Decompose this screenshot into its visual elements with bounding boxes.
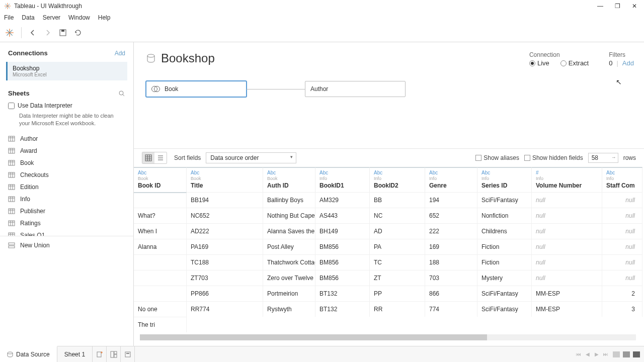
table-cell[interactable]: Childrens [477,223,532,239]
table-cell[interactable] [134,286,187,301]
sheet-item-ratings[interactable]: Ratings [0,217,133,229]
show-tabs-button[interactable] [633,351,640,357]
table-cell[interactable]: ZT703 [187,270,263,286]
table-cell[interactable]: Portmeirion [263,286,315,301]
connection-live-radio[interactable]: Live [529,59,549,67]
table-cell[interactable]: ZT [370,270,425,286]
join-line[interactable] [247,89,305,89]
column-header[interactable]: AbcBookTitle [187,167,263,192]
tab-nav-prev[interactable]: ◀ [584,351,592,357]
table-cell[interactable]: PP [370,286,425,301]
table-cell[interactable]: Fiction [477,254,532,270]
column-header[interactable]: #InfoVolume Number [532,167,602,192]
table-cell[interactable]: 774 [425,301,477,317]
table-cell[interactable]: Fiction [477,239,532,254]
table-cell[interactable]: NC652 [187,208,263,223]
sheet-item-sales-q1[interactable]: Sales Q1 [0,229,133,236]
table-cell[interactable]: BB [370,192,425,208]
sheet-item-checkouts[interactable]: Checkouts [0,169,133,181]
column-header[interactable]: AbcInfoBookID2 [370,167,425,192]
tableau-icon[interactable] [5,28,14,37]
sheet-item-book[interactable]: Book [0,157,133,169]
column-header[interactable]: AbcBookBook ID [134,167,187,192]
sheet-item-award[interactable]: Award [0,145,133,157]
table-cell[interactable]: BH149 [315,223,370,239]
table-cell[interactable]: The tri [134,317,187,332]
table-cell[interactable]: null [602,208,642,223]
table-cell[interactable]: TC188 [187,254,263,270]
grid-view-button[interactable] [142,152,154,163]
table-cell[interactable]: Post Alley [263,239,315,254]
table-cell[interactable]: AD [370,223,425,239]
table-cell[interactable]: 222 [425,223,477,239]
table-cell[interactable]: 188 [425,254,477,270]
table-cell[interactable]: null [532,192,602,208]
table-cell[interactable]: AS443 [315,208,370,223]
table-cell[interactable]: null [602,192,642,208]
table-cell[interactable]: Mystery [477,270,532,286]
show-sheets-button[interactable] [623,351,630,357]
table-box-author[interactable]: Author [305,81,406,97]
sheet-item-edition[interactable]: Edition [0,181,133,193]
refresh-icon[interactable] [74,29,82,37]
table-cell[interactable]: PP866 [187,286,263,301]
table-cell[interactable]: null [602,239,642,254]
table-cell[interactable]: Alanna Saves the Day [263,223,315,239]
column-header[interactable]: AbcInfoGenre [425,167,477,192]
close-button[interactable]: ✕ [631,3,638,10]
menu-server[interactable]: Server [43,14,60,21]
table-cell[interactable]: 194 [425,192,477,208]
table-cell[interactable]: BT132 [315,286,370,301]
table-cell[interactable] [134,254,187,270]
minimize-button[interactable]: — [597,3,604,10]
table-cell[interactable]: Thatchwork Cottage [263,254,315,270]
data-interpreter-checkbox[interactable]: Use Data Interpreter [8,102,125,109]
table-cell[interactable]: AD222 [187,223,263,239]
row-count-input[interactable]: 58 [588,153,618,163]
sheet-item-info[interactable]: Info [0,193,133,205]
table-cell[interactable]: SciFi/Fantasy [477,286,532,301]
sheet-item-author[interactable]: Author [0,133,133,145]
table-cell[interactable]: 703 [425,270,477,286]
table-cell[interactable]: When I [134,223,187,239]
data-grid[interactable]: AbcBookBook IDAbcBookTitleAbcBookAuth ID… [134,167,644,332]
column-header[interactable]: AbcInfoSeries ID [477,167,532,192]
table-cell[interactable]: null [532,208,602,223]
table-cell[interactable]: RR [370,301,425,317]
tab-data-source[interactable]: Data Source [0,346,57,362]
table-cell[interactable]: BM856 [315,239,370,254]
table-cell[interactable]: AM329 [315,192,370,208]
table-cell[interactable]: RR774 [187,301,263,317]
new-union-button[interactable]: New Union [0,239,133,251]
show-filmstrip-button[interactable] [613,351,620,357]
table-cell[interactable]: MM-ESP [532,286,602,301]
menu-window[interactable]: Window [68,14,90,21]
maximize-button[interactable]: ❐ [614,3,621,10]
table-cell[interactable]: Ballinby Boys [263,192,315,208]
new-dashboard-button[interactable] [107,346,121,362]
save-icon[interactable] [59,29,67,37]
sort-fields-select[interactable]: Data source order [206,152,296,163]
table-cell[interactable]: null [602,254,642,270]
connection-item-bookshop[interactable]: Bookshop Microsoft Excel [6,62,127,80]
show-hidden-checkbox[interactable]: Show hidden fields [524,154,583,161]
table-cell[interactable]: Rystwyth [263,301,315,317]
table-cell[interactable]: BM856 [315,270,370,286]
table-cell[interactable]: TC [370,254,425,270]
table-box-book[interactable]: Book [146,81,247,97]
tab-nav-last[interactable]: ⏭ [602,351,610,357]
column-header[interactable]: AbcBookAuth ID [263,167,315,192]
column-header[interactable]: AbcInfoStaff Com [602,167,642,192]
table-cell[interactable]: null [602,270,642,286]
column-header[interactable]: AbcInfoBookID1 [315,167,370,192]
add-connection-link[interactable]: Add [115,50,125,57]
table-cell[interactable]: null [532,223,602,239]
tab-sheet-1[interactable]: Sheet 1 [57,346,93,362]
datasource-title[interactable]: Bookshop [161,51,215,65]
table-cell[interactable]: 866 [425,286,477,301]
table-cell[interactable]: Alanna [134,239,187,254]
menu-help[interactable]: Help [98,14,111,21]
table-cell[interactable]: null [532,239,602,254]
connection-extract-radio[interactable]: Extract [560,59,589,67]
forward-icon[interactable] [44,29,52,37]
